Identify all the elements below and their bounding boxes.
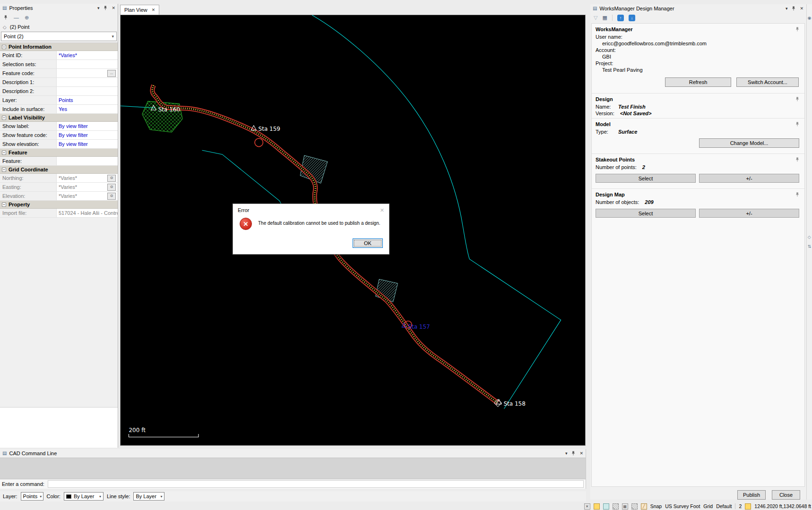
osnap-toggle-icon[interactable]: ✕ bbox=[584, 503, 590, 510]
hatch-toggle-icon[interactable]: ▦ bbox=[622, 503, 628, 510]
collapse-icon[interactable]: − bbox=[2, 203, 6, 207]
profile-icon[interactable]: ◉ bbox=[808, 16, 812, 20]
design-map-adjust-button[interactable]: +/- bbox=[699, 209, 799, 218]
color-label: Color: bbox=[47, 493, 60, 499]
close-icon[interactable]: ✕ bbox=[800, 7, 803, 11]
design-version-value: <Not Saved> bbox=[620, 110, 652, 116]
command-history[interactable] bbox=[0, 458, 586, 479]
ok-button[interactable]: OK bbox=[353, 238, 383, 248]
design-map-select-button[interactable]: Select bbox=[596, 209, 696, 218]
pin-icon[interactable] bbox=[571, 451, 576, 456]
cloud-download-icon[interactable]: ↓ bbox=[629, 15, 635, 21]
section-pin-icon[interactable] bbox=[795, 157, 800, 162]
user-name-value: ericc@goodfellowbros.com@trimblesmb.com bbox=[592, 40, 804, 47]
show-elevation-row: Show elevation: By view filter bbox=[0, 140, 118, 149]
side-tab-icon[interactable]: ◇ bbox=[808, 235, 812, 239]
grid-display-icon[interactable] bbox=[613, 503, 619, 510]
collapse-icon[interactable]: − bbox=[2, 168, 6, 172]
point-id-value[interactable]: *Varies* bbox=[57, 51, 118, 60]
section-pin-icon[interactable] bbox=[795, 27, 800, 32]
selection-summary-row[interactable]: ◇ (2) Point bbox=[0, 23, 118, 31]
section-label-visibility[interactable]: − Label Visibility bbox=[0, 114, 118, 122]
include-in-surface-value[interactable]: Yes bbox=[57, 105, 118, 113]
properties-toolbar: — ⊕ bbox=[0, 12, 118, 23]
selection-sets-value[interactable] bbox=[57, 60, 118, 68]
clear-selection-icon[interactable]: — bbox=[14, 15, 19, 20]
description-1-value[interactable] bbox=[57, 78, 118, 86]
layer-dropdown[interactable]: Points ▾ bbox=[21, 492, 43, 501]
layer-label: Layer: bbox=[3, 493, 17, 499]
command-input[interactable] bbox=[48, 480, 584, 488]
elevation-text: *Varies* bbox=[59, 193, 77, 199]
change-model-button[interactable]: Change Model... bbox=[699, 138, 799, 148]
close-icon[interactable]: ✕ bbox=[579, 451, 583, 456]
feature-code-row: Feature code: ... bbox=[0, 69, 118, 78]
publish-button[interactable]: Publish bbox=[737, 490, 766, 500]
error-dialog-titlebar[interactable]: Error ✕ bbox=[233, 204, 389, 216]
panel-menu-icon[interactable]: ▾ bbox=[97, 6, 100, 10]
zoom-icon[interactable] bbox=[603, 503, 609, 510]
units-label[interactable]: US Survey Foot bbox=[665, 503, 700, 509]
selection-type-combo[interactable]: Point (2) ▾ bbox=[1, 32, 117, 41]
side-scroll-icon[interactable]: ⇅ bbox=[808, 244, 812, 249]
switch-account-button[interactable]: Switch Account... bbox=[736, 77, 799, 87]
pin-icon[interactable] bbox=[791, 6, 796, 11]
feature-label: Feature: bbox=[0, 157, 57, 165]
collapse-icon[interactable]: − bbox=[2, 116, 6, 120]
line-draw-icon[interactable] bbox=[631, 503, 638, 510]
snap-mode-label[interactable]: Snap bbox=[650, 503, 662, 509]
filter-icon[interactable]: ▽ bbox=[594, 15, 597, 21]
properties-description-box bbox=[0, 407, 118, 448]
section-grid-coordinate[interactable]: − Grid Coordinate bbox=[0, 166, 118, 174]
color-dropdown[interactable]: By Layer ▾ bbox=[64, 492, 104, 501]
show-label-value[interactable]: By view filter bbox=[57, 122, 118, 130]
close-button[interactable]: Close bbox=[772, 490, 800, 500]
page-icon[interactable] bbox=[745, 503, 751, 510]
collapse-icon[interactable]: − bbox=[2, 151, 6, 155]
stakeout-select-button[interactable]: Select bbox=[596, 174, 696, 183]
keep-selection-pin-icon[interactable] bbox=[3, 15, 8, 20]
layer-label: Layer: bbox=[0, 96, 57, 104]
section-pin-icon[interactable] bbox=[795, 122, 800, 127]
station-label-158: Sta 158 bbox=[503, 400, 525, 407]
section-pin-icon[interactable] bbox=[795, 192, 800, 197]
northing-lock-button[interactable]: ⊙ bbox=[107, 175, 116, 182]
panel-menu-icon[interactable]: ▾ bbox=[565, 451, 568, 456]
easting-lock-button[interactable]: ⊙ bbox=[107, 184, 116, 191]
view-tab-bar: Plan View ✕ bbox=[120, 4, 586, 15]
stakeout-count-value: 2 bbox=[642, 164, 645, 170]
stakeout-adjust-button[interactable]: +/- bbox=[699, 174, 799, 183]
style-label[interactable]: Default bbox=[716, 503, 732, 509]
show-elevation-value[interactable]: By view filter bbox=[57, 140, 118, 148]
section-property[interactable]: − Property bbox=[0, 201, 118, 209]
refresh-button[interactable]: Refresh bbox=[665, 77, 731, 87]
layer-value[interactable]: Points bbox=[57, 96, 118, 104]
sheet-icon[interactable] bbox=[594, 503, 600, 510]
section-title: Feature bbox=[9, 150, 27, 155]
plan-view-canvas[interactable]: Sta 160 Sta 159 Sta 157 Sta 158 200 ft E… bbox=[120, 15, 586, 446]
collapse-icon[interactable]: − bbox=[2, 45, 6, 49]
section-point-information[interactable]: − Point Information bbox=[0, 43, 118, 51]
tab-close-icon[interactable]: ✕ bbox=[152, 8, 155, 12]
show-feature-code-row: Show feature code: By view filter bbox=[0, 131, 118, 140]
options-globe-icon[interactable]: ⊕ bbox=[25, 15, 29, 21]
tab-plan-view[interactable]: Plan View ✕ bbox=[120, 5, 159, 15]
panel-menu-icon[interactable]: ▾ bbox=[786, 7, 788, 11]
color-swatch bbox=[66, 494, 71, 499]
feature-code-value[interactable]: ... bbox=[57, 69, 118, 77]
cloud-upload-icon[interactable]: ↑ bbox=[617, 15, 624, 21]
section-feature[interactable]: − Feature bbox=[0, 149, 118, 157]
line-style-dropdown[interactable]: By Layer ▾ bbox=[133, 492, 164, 501]
edit-pencil-icon[interactable]: ╱ bbox=[641, 503, 647, 510]
feature-code-browse-button[interactable]: ... bbox=[107, 70, 116, 77]
pin-icon[interactable] bbox=[103, 6, 108, 10]
description-2-value[interactable] bbox=[57, 87, 118, 95]
show-feature-code-value[interactable]: By view filter bbox=[57, 131, 118, 139]
table-view-icon[interactable]: ▦ bbox=[602, 15, 607, 21]
grid-label[interactable]: Grid bbox=[703, 503, 713, 509]
elevation-lock-button[interactable]: ⊙ bbox=[107, 193, 116, 200]
feature-value[interactable] bbox=[57, 157, 118, 165]
close-icon[interactable]: ✕ bbox=[112, 6, 115, 10]
section-design: Design bbox=[592, 94, 804, 103]
section-pin-icon[interactable] bbox=[795, 97, 800, 102]
